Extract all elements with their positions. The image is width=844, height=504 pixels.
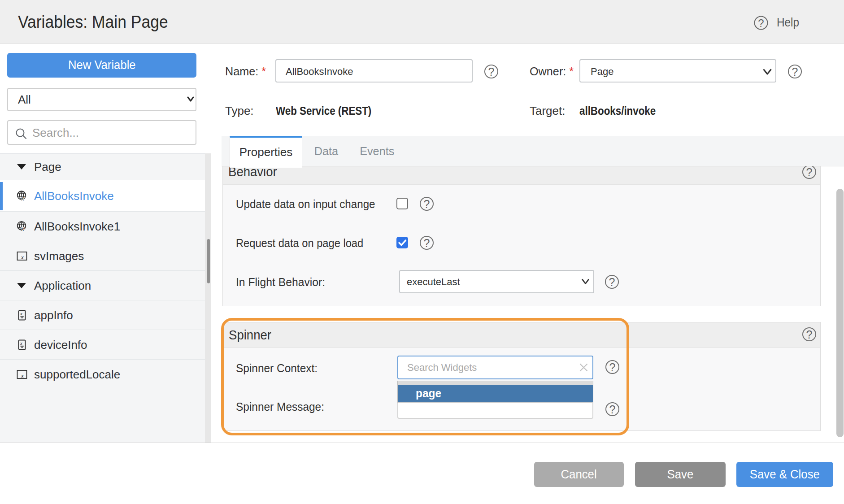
svg-text:?: ?	[758, 17, 764, 29]
svg-text:x: x	[21, 372, 24, 379]
svg-text:x: x	[20, 340, 22, 345]
svg-text:x: x	[21, 195, 25, 201]
svg-text:x: x	[21, 225, 25, 232]
svg-text:x: x	[21, 254, 24, 261]
svg-text:x: x	[20, 310, 22, 316]
